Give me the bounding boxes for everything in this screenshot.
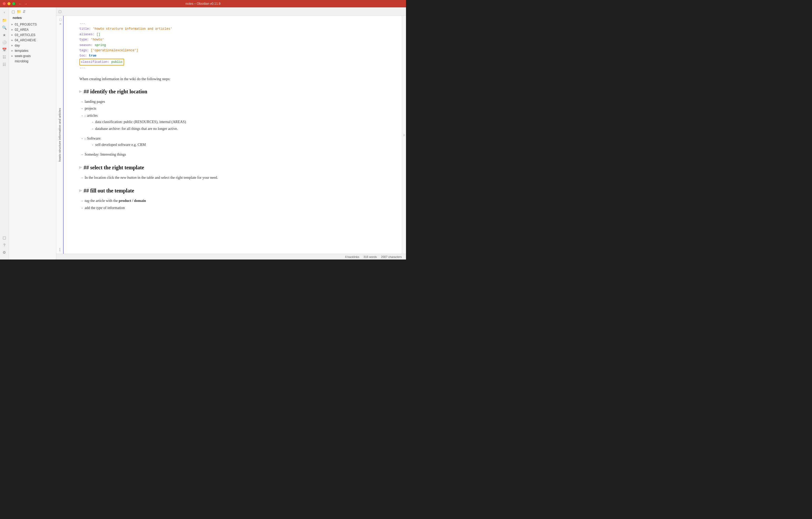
folder-arrow-01-projects: ► [11,23,14,26]
editor-content[interactable]: --- title: 'howto structure information … [64,16,402,254]
sidebar-item-microblog[interactable]: microblog [9,59,56,64]
section2-bullet: ▷ [79,165,82,170]
right-panel-toggle[interactable]: › [402,16,406,254]
help-icon[interactable]: ? [2,242,7,248]
file-list: ► 01_PROJECTS ► 02_AREA ► 03_ARTICLES ► … [9,22,56,260]
intro-text: When creating information in the wiki do… [79,76,386,82]
sidebar-item-week-goals[interactable]: ► week-goals [9,53,56,59]
starred-icon[interactable]: ★ [2,32,7,38]
close-button[interactable] [3,2,6,5]
list-item-type: add the type of information [79,205,386,211]
file-arrow-microblog [11,60,14,63]
section1-heading: ▷ ## identify the right location [79,87,386,96]
fm-aliases-key: aliases: [79,33,95,36]
list-item-data-classification: data classification: public (RESOURCES),… [90,119,386,125]
minimize-button[interactable] [7,2,10,5]
section3-bullet: ▷ [79,189,82,193]
folder-arrow-02-area: ► [11,28,14,31]
articles-bullet: ▷ [85,115,87,117]
list-item-self-developed: self-developed software e.g. CRM [90,141,386,148]
tab-bar: ▢ [56,7,406,16]
sort-icon[interactable]: ⇵ [23,9,26,14]
tab-label: howto structure information and articles [58,108,61,162]
tab-close-icon[interactable]: ✕ [59,22,62,26]
sidebar-item-day[interactable]: ► day [9,43,56,48]
frontmatter-block: --- title: 'howto structure information … [79,21,386,71]
folder-arrow-day: ► [11,44,14,47]
calendar-icon[interactable]: 📅 [2,47,7,53]
section3-heading-text: ## fill out the template [84,186,134,195]
fm-classification-highlighted: classification: public [79,59,124,65]
tab-dots: ••• [58,248,61,252]
grid-icon[interactable]: ☷ [2,61,7,67]
section1-bullet: ▷ [79,89,82,94]
folder-arrow-templates: ► [11,50,14,52]
fm-type-key: type: [79,38,89,41]
icon-sidebar: ‹ 📁 🔍 ★ ⚪ 📅 ☷ ☷ ▢ ? ⚙ [0,7,9,260]
software-sublist: self-developed software e.g. CRM [90,141,386,148]
icon-sidebar-bottom: ▢ ? ⚙ [2,235,7,257]
backlinks-count: 4 backlinks [345,255,359,258]
fm-aliases-value: [] [96,33,100,36]
window-title: notes – Obsidian v0.11.9 [186,2,221,5]
fm-toc-value: true [89,54,96,58]
sidebar-item-01-projects[interactable]: ► 01_PROJECTS [9,22,56,27]
new-folder-icon[interactable]: 📁 [17,9,21,14]
fm-season-key: season: [79,44,92,47]
folder-label-04-archieve: 04_ARCHIEVE [15,38,36,42]
folder-arrow-04-archieve: ► [11,39,14,41]
folder-label-week-goals: week-goals [15,54,31,58]
window-controls [3,2,15,5]
fm-classification-key: classification: [81,60,109,64]
maximize-button[interactable] [12,2,15,5]
list-item-template-select: In the location click the new button in … [79,174,386,181]
file-tree: ▢ 📁 ⇵ notes ► 01_PROJECTS ► 02_AREA ► 03… [9,7,56,260]
file-tree-header-icons: ▢ 📁 ⇵ [11,9,26,14]
table-icon[interactable]: ☷ [2,54,7,60]
search-icon[interactable]: 🔍 [2,25,7,30]
back-arrow[interactable]: ← [19,2,22,6]
vault-header: notes [9,15,56,22]
fm-type-value: 'howto' [91,38,104,41]
graph-icon[interactable]: ⚪ [2,39,7,45]
word-count: 316 words [364,255,377,258]
articles-sublist: data classification: public (RESOURCES),… [90,119,386,133]
files-icon[interactable]: 📁 [2,17,7,23]
list-item-tag: tag the article with the product / domai… [79,198,386,204]
folder-label-02-area: 02_AREA [15,28,29,32]
new-pane-icon[interactable]: ▢ [58,9,61,13]
sidebar-item-04-archieve[interactable]: ► 04_ARCHIEVE [9,37,56,43]
fm-season-value: spring [95,44,106,47]
file-label-microblog: microblog [15,59,28,63]
icon-sidebar-top: 📁 🔍 ★ ⚪ 📅 ☷ ☷ [2,16,7,234]
fm-dashes-close: --- [79,66,85,70]
nav-arrows: ← → [19,2,27,6]
edit-icon[interactable]: ▢ [59,18,62,21]
file-tree-header: ▢ 📁 ⇵ [9,7,56,15]
fm-tags-value: ['operationalexcellence'] [91,49,138,52]
settings-icon[interactable]: ⚙ [2,250,7,255]
char-count: 2007 characters [381,255,402,258]
section1-list: landing pages projects ▷articles data cl… [79,98,386,158]
sidebar-item-templates[interactable]: ► templates [9,48,56,53]
tab-actions: ▢ [56,7,64,16]
section1-heading-text: ## identify the right location [84,87,147,96]
list-item-database: database archive: for all things that ar… [90,125,386,132]
image-icon[interactable]: ▢ [2,235,7,240]
forward-arrow[interactable]: → [24,2,27,6]
fm-toc-key: toc: [79,54,87,58]
list-item-landing: landing pages [79,98,386,105]
sidebar-item-02-area[interactable]: ► 02_AREA [9,27,56,32]
folder-arrow-week-goals: ► [11,55,14,57]
editor-wrapper: ▢ ▢ ✕ howto structure information and ar… [56,7,406,260]
list-item-software: ▷Software: self-developed software e.g. … [79,135,386,151]
fm-tags-key: tags: [79,49,89,52]
new-note-icon[interactable]: ▢ [11,9,15,14]
fm-title-value: 'howto structure information and article… [92,27,172,31]
vertical-tab[interactable]: ▢ ✕ howto structure information and arti… [56,16,64,254]
status-bar: 4 backlinks 316 words 2007 characters [56,254,406,260]
sidebar-item-03-articles[interactable]: ► 03_ARTICLES [9,32,56,37]
collapse-sidebar-button[interactable]: ‹ [2,9,7,15]
section3-list: tag the article with the product / domai… [79,198,386,211]
section2-heading-text: ## select the right template [84,163,144,172]
